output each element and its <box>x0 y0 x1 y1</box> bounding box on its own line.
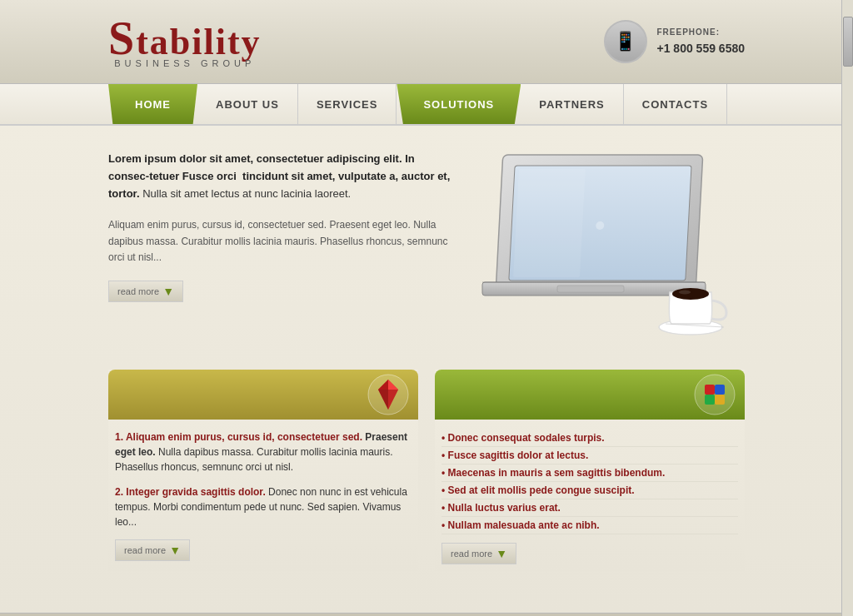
card-left: 1. Aliquam enim purus, cursus id, consec… <box>108 370 418 571</box>
main-content: Lorem ipsum dolor sit amet, consectetuer… <box>0 126 853 613</box>
read-more-button[interactable]: read more ▼ <box>108 281 183 302</box>
logo-title: Stability <box>108 15 262 62</box>
logo-s: S <box>108 12 136 64</box>
scrollbar-thumb[interactable] <box>843 17 853 67</box>
list-item: Nullam malesuada ante ac nibh. <box>441 517 738 534</box>
list-item: Donec consequat sodales turpis. <box>441 430 738 447</box>
logo-rest: tability <box>136 22 261 62</box>
scrollbar[interactable] <box>841 0 853 616</box>
list-item: Maecenas in mauris a sem sagittis bibend… <box>441 464 738 482</box>
list-item: Fusce sagittis dolor at lectus. <box>441 447 738 464</box>
arrow-down-icon-right: ▼ <box>496 547 507 560</box>
svg-point-17 <box>695 375 735 415</box>
nav-about[interactable]: ABOUT US <box>197 84 298 124</box>
intro-paragraph: Lorem ipsum dolor sit amet, consectetuer… <box>108 151 453 202</box>
hero-illustration <box>478 142 745 345</box>
logo: Stability BUSINESS GROUP <box>108 15 262 68</box>
contact-info: 📱 FREEPHONE: +1 800 559 6580 <box>604 20 746 63</box>
arrow-down-icon: ▼ <box>169 544 181 557</box>
laptop-coffee-svg <box>478 142 745 342</box>
svg-rect-20 <box>705 395 715 405</box>
svg-rect-18 <box>705 385 715 395</box>
card-left-content: 1. Aliquam enim purus, cursus id, consec… <box>108 430 418 568</box>
card-left-header <box>108 370 418 420</box>
site-header: Stability BUSINESS GROUP 📱 FREEPHONE: +1… <box>0 0 853 84</box>
gem-icon <box>367 373 410 416</box>
secondary-paragraph: Aliquam enim purus, cursus id, consectet… <box>108 217 453 266</box>
svg-rect-2 <box>513 169 586 277</box>
cards-section: 1. Aliquam enim purus, cursus id, consec… <box>108 370 745 571</box>
svg-rect-19 <box>715 385 725 395</box>
card-left-read-more[interactable]: read more ▼ <box>115 539 190 561</box>
card-left-item1: 1. Aliquam enim purus, cursus id, consec… <box>115 430 412 474</box>
phone-number: +1 800 559 6580 <box>657 42 746 55</box>
card-right-content: Donec consequat sodales turpis. Fusce sa… <box>435 430 745 571</box>
logo-subtitle: BUSINESS GROUP <box>114 58 255 68</box>
card-right-read-more[interactable]: read more ▼ <box>441 543 516 564</box>
phone-icon: 📱 <box>604 20 647 63</box>
card-right-footer: read more ▼ <box>441 543 738 564</box>
card-right: Donec consequat sodales turpis. Fusce sa… <box>435 370 745 571</box>
nav-partners[interactable]: PARTNERS <box>521 84 624 124</box>
nav-contacts[interactable]: CONTACTS <box>624 84 727 124</box>
nav-services[interactable]: SERVICES <box>298 84 397 124</box>
list-item: Sed at elit mollis pede congue suscipit. <box>441 482 738 499</box>
card-left-footer: read more ▼ <box>115 539 412 561</box>
phone-text: FREEPHONE: +1 800 559 6580 <box>657 26 746 57</box>
page-footer: 昵享网 www.nipic.com ID:6951206 NO:20110617… <box>0 613 853 616</box>
text-section: Lorem ipsum dolor sit amet, consectetuer… <box>108 151 461 345</box>
svg-rect-21 <box>715 395 725 405</box>
nav-solutions[interactable]: SOLUTIONS <box>397 84 521 124</box>
svg-rect-5 <box>557 286 624 292</box>
card-right-list: Donec consequat sodales turpis. Fusce sa… <box>441 430 738 534</box>
svg-point-8 <box>672 288 709 300</box>
colorful-gem-icon <box>693 373 736 416</box>
navigation: HOME ABOUT US SERVICES SOLUTIONS PARTNER… <box>0 84 853 126</box>
nav-home[interactable]: HOME <box>108 84 197 124</box>
list-item: Nulla luctus varius erat. <box>441 499 738 517</box>
phone-label: FREEPHONE: <box>657 26 746 39</box>
card-left-item2: 2. Integer gravida sagittis dolor. Donec… <box>115 484 412 529</box>
svg-point-9 <box>679 291 691 295</box>
content-top: Lorem ipsum dolor sit amet, consectetuer… <box>108 151 745 345</box>
card-right-header <box>435 370 745 420</box>
arrow-down-icon: ▼ <box>162 285 174 298</box>
